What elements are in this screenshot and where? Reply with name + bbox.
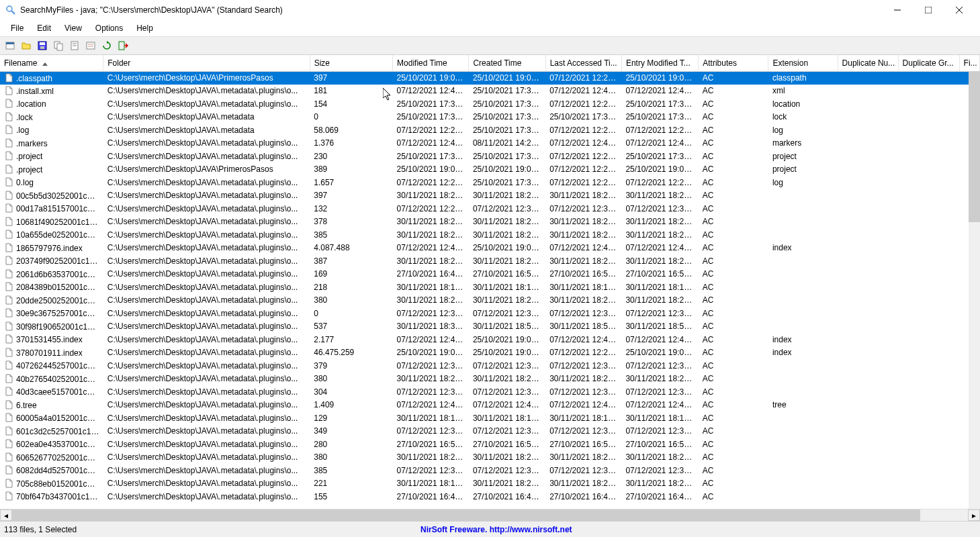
cell-size: 2.177 <box>310 333 392 346</box>
cell-folder: C:\Users\merch\Desktop\JAVA\.metadata\.p… <box>103 215 310 229</box>
horizontal-scrollbar-thumb[interactable] <box>12 509 920 521</box>
cell-size: 1.376 <box>310 137 392 150</box>
table-row[interactable]: 70bf647b3437001c1b7...C:\Users\merch\Des… <box>0 490 980 503</box>
table-row[interactable]: .classpathC:\Users\merch\Desktop\JAVA\Pr… <box>0 71 980 85</box>
save-button[interactable] <box>35 38 50 53</box>
table-row[interactable]: 2061d6b63537001c1b7...C:\Users\merch\Des… <box>0 268 980 281</box>
cell-mtime: 30/11/2021 18:23... <box>393 215 469 229</box>
cell-emtime: 27/10/2021 16:55... <box>621 438 698 451</box>
properties-button[interactable] <box>83 38 98 53</box>
horizontal-scrollbar[interactable]: ◂ ▸ <box>0 509 980 521</box>
cell-atime: 30/11/2021 18:18... <box>545 281 621 294</box>
menu-view[interactable]: View <box>58 21 89 35</box>
table-row[interactable]: .projectC:\Users\merch\Desktop\JAVA\Prim… <box>0 163 980 177</box>
table-row[interactable]: .locationC:\Users\merch\Desktop\JAVA\.me… <box>0 97 980 111</box>
column-last-accessed-time[interactable]: Last Accessed Ti... <box>545 55 621 71</box>
search-options-button[interactable] <box>3 38 17 53</box>
column-entry-modified-time[interactable]: Entry Modified T... <box>621 55 698 71</box>
table-row[interactable]: 606526770252001c123...C:\Users\merch\Des… <box>0 451 980 465</box>
copy-one-button[interactable] <box>67 38 82 53</box>
vertical-scrollbar-thumb[interactable] <box>969 71 980 222</box>
cell-atime: 30/11/2021 18:25... <box>545 451 621 465</box>
exit-button[interactable] <box>116 38 130 53</box>
cell-ext: project <box>768 163 838 177</box>
refresh-button[interactable] <box>99 38 114 53</box>
table-row[interactable]: 1865797976.indexC:\Users\merch\Desktop\J… <box>0 242 980 255</box>
vertical-scrollbar[interactable] <box>969 71 980 509</box>
table-row[interactable]: 601c3d2c5257001c1ea...C:\Users\merch\Des… <box>0 425 980 438</box>
column-duplicate-number[interactable]: Duplicate Nu... <box>838 55 898 71</box>
table-row[interactable]: 10a655de0252001c123...C:\Users\merch\Des… <box>0 228 980 242</box>
table-row[interactable]: 3701531455.indexC:\Users\merch\Desktop\J… <box>0 333 980 346</box>
cell-dupnum <box>838 438 898 451</box>
menu-file[interactable]: File <box>4 21 30 35</box>
cell-filename: 30f98f190652001c1234... <box>0 320 103 334</box>
cell-filename: 3780701911.index <box>0 346 103 360</box>
column-size[interactable]: Size <box>310 55 392 71</box>
table-row[interactable]: 20dde2500252001c123...C:\Users\merch\Des… <box>0 294 980 307</box>
table-row[interactable]: 40d3caee5157001c1ea...C:\Users\merch\Des… <box>0 385 980 399</box>
open-folder-button[interactable] <box>19 38 34 53</box>
cell-size: 380 <box>310 373 392 386</box>
results-table[interactable]: Filename Folder Size Modified Time Creat… <box>0 55 980 503</box>
table-row[interactable]: 602ea0e43537001c1b7...C:\Users\merch\Des… <box>0 438 980 451</box>
table-row[interactable]: 6082dd4d5257001c1ea...C:\Users\merch\Des… <box>0 464 980 477</box>
cell-dupnum <box>838 373 898 386</box>
cell-attr: AC <box>699 320 768 334</box>
table-row[interactable]: 6.treeC:\Users\merch\Desktop\JAVA\.metad… <box>0 399 980 412</box>
cell-folder: C:\Users\merch\Desktop\JAVA\.metadata\.p… <box>103 202 310 215</box>
svg-rect-3 <box>925 7 932 13</box>
cell-ctime: 08/11/2021 14:20... <box>469 137 545 150</box>
table-row[interactable]: 2084389b0152001c123...C:\Users\merch\Des… <box>0 281 980 294</box>
cell-dupnum <box>838 228 898 242</box>
maximize-button[interactable] <box>913 0 944 20</box>
table-row[interactable]: .lockC:\Users\merch\Desktop\JAVA\.metada… <box>0 111 980 124</box>
table-row[interactable]: 00d17a815157001c1ea...C:\Users\merch\Des… <box>0 202 980 215</box>
table-row[interactable]: 203749f90252001c123...C:\Users\merch\Des… <box>0 254 980 268</box>
table-row[interactable]: 3780701911.indexC:\Users\merch\Desktop\J… <box>0 346 980 360</box>
table-row[interactable]: .install.xmlC:\Users\merch\Desktop\JAVA\… <box>0 85 980 98</box>
column-modified-time[interactable]: Modified Time <box>393 55 469 71</box>
column-fi[interactable]: Fi... <box>959 55 979 71</box>
menu-edit[interactable]: Edit <box>30 21 58 35</box>
cell-filename: 00c5b5d30252001c123... <box>0 189 103 203</box>
menu-help[interactable]: Help <box>130 21 160 35</box>
table-row[interactable]: 00c5b5d30252001c123...C:\Users\merch\Des… <box>0 189 980 203</box>
table-row[interactable]: 30f98f190652001c1234...C:\Users\merch\De… <box>0 320 980 334</box>
table-row[interactable]: 705c88eb0152001c123...C:\Users\merch\Des… <box>0 477 980 491</box>
cell-emtime: 07/12/2021 12:38... <box>621 359 698 373</box>
cell-size: 129 <box>310 411 392 425</box>
minimize-button[interactable] <box>882 0 913 20</box>
close-button[interactable] <box>944 0 975 20</box>
scroll-left-arrow[interactable]: ◂ <box>0 509 12 521</box>
copy-button[interactable] <box>51 38 66 53</box>
cell-dupgrp <box>898 464 959 477</box>
column-attributes[interactable]: Attributes <box>699 55 768 71</box>
cell-folder: C:\Users\merch\Desktop\JAVA\PrimerosPaso… <box>103 71 310 85</box>
column-duplicate-group[interactable]: Duplicate Gr... <box>898 55 959 71</box>
table-row[interactable]: 40b276540252001c123...C:\Users\merch\Des… <box>0 373 980 386</box>
cell-dupgrp <box>898 97 959 111</box>
cell-filename: 10a655de0252001c123... <box>0 228 103 242</box>
column-created-time[interactable]: Created Time <box>469 55 545 71</box>
column-folder[interactable]: Folder <box>103 55 310 71</box>
scroll-right-arrow[interactable]: ▸ <box>968 509 980 521</box>
column-extension[interactable]: Extension <box>768 55 838 71</box>
cell-ctime: 25/10/2021 19:08... <box>469 163 545 177</box>
column-filename[interactable]: Filename <box>0 55 103 71</box>
menu-options[interactable]: Options <box>89 21 130 35</box>
table-row[interactable]: 30e9c3675257001c1ea...C:\Users\merch\Des… <box>0 307 980 320</box>
cell-attr: AC <box>699 425 768 438</box>
cell-emtime: 07/12/2021 12:39... <box>621 307 698 320</box>
cell-filename: 407262445257001c1ea... <box>0 359 103 373</box>
status-link[interactable]: NirSoft Freeware. http://www.nirsoft.net <box>420 525 572 534</box>
table-row[interactable]: 60005a4a0152001c123...C:\Users\merch\Des… <box>0 411 980 425</box>
table-row[interactable]: 0.logC:\Users\merch\Desktop\JAVA\.metada… <box>0 176 980 189</box>
table-row[interactable]: .projectC:\Users\merch\Desktop\JAVA\.met… <box>0 150 980 163</box>
table-row[interactable]: 10681f490252001c123...C:\Users\merch\Des… <box>0 215 980 229</box>
table-row[interactable]: 407262445257001c1ea...C:\Users\merch\Des… <box>0 359 980 373</box>
cell-folder: C:\Users\merch\Desktop\JAVA\.metadata\.p… <box>103 137 310 150</box>
table-row[interactable]: .logC:\Users\merch\Desktop\JAVA\.metadat… <box>0 124 980 137</box>
table-row[interactable]: .markersC:\Users\merch\Desktop\JAVA\.met… <box>0 137 980 150</box>
cell-filename: .project <box>0 163 103 177</box>
